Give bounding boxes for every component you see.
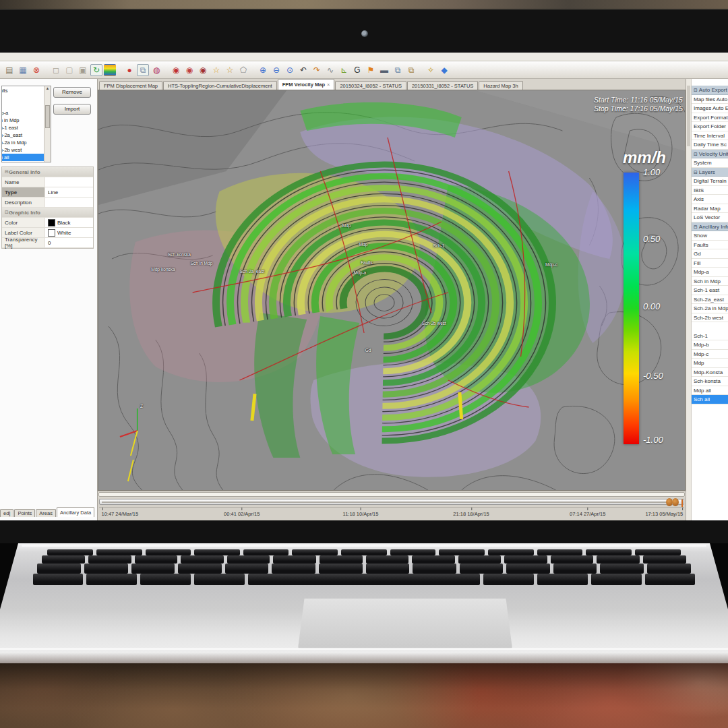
property-row[interactable]: Description bbox=[2, 198, 93, 208]
list-item[interactable]: Sch-2a in Mdp bbox=[2, 139, 44, 146]
goto-icon[interactable]: ◆ bbox=[438, 64, 450, 76]
scroll-thumb[interactable] bbox=[687, 86, 690, 146]
settings-row[interactable]: Sch-1 bbox=[692, 332, 728, 341]
flag-icon[interactable]: ⚑ bbox=[365, 64, 377, 76]
scroll-thumb[interactable] bbox=[45, 105, 50, 128]
settings-row[interactable]: Sch-1 east bbox=[692, 286, 728, 295]
property-row[interactable]: Color Black bbox=[2, 218, 93, 228]
point-edit-icon[interactable]: ◉ bbox=[183, 64, 195, 76]
property-row[interactable]: Type Line bbox=[2, 187, 93, 198]
settings-row[interactable]: Mdp-Konsta bbox=[692, 368, 728, 377]
property-row[interactable]: Transparency [%] 0 bbox=[2, 238, 93, 248]
settings-row[interactable] bbox=[692, 322, 728, 332]
area-add-icon[interactable]: ☆ bbox=[210, 64, 222, 76]
settings-row[interactable]: Images Auto E bbox=[692, 104, 728, 113]
timeline-groove[interactable] bbox=[99, 499, 684, 505]
settings-row[interactable]: LoS Vector bbox=[692, 213, 728, 222]
list-item[interactable]: Faults bbox=[2, 87, 44, 94]
toolbar-icon[interactable] bbox=[251, 64, 255, 76]
settings-row[interactable]: Mdp bbox=[692, 359, 728, 368]
area-edit-icon[interactable]: ☆ bbox=[224, 64, 236, 76]
pin-move-icon[interactable]: ◍ bbox=[150, 64, 162, 76]
property-row[interactable]: Name bbox=[2, 177, 93, 187]
settings-row[interactable]: Mdp-a bbox=[692, 268, 728, 277]
import-button[interactable]: Import bbox=[53, 104, 91, 115]
bottom-tab[interactable]: Areas bbox=[36, 509, 56, 517]
zoom-reset-icon[interactable]: ⊙ bbox=[284, 64, 296, 76]
map-horizontal-scrollbar[interactable] bbox=[98, 491, 686, 497]
toolbar-icon[interactable] bbox=[419, 64, 423, 76]
list-item[interactable]: Gd bbox=[2, 94, 44, 102]
settings-row[interactable]: Gd bbox=[692, 249, 728, 259]
property-row[interactable]: Graphic Info bbox=[2, 208, 93, 218]
document-tab[interactable]: FPM Displacement Map bbox=[99, 81, 162, 90]
toolbar-icon[interactable] bbox=[164, 64, 169, 76]
list-item[interactable]: Sch-2a_east bbox=[2, 131, 44, 139]
toolbar-icon[interactable] bbox=[44, 64, 49, 76]
terrain-icon[interactable]: ∿ bbox=[324, 64, 336, 76]
bottom-tab[interactable]: ed] bbox=[0, 509, 13, 517]
list-item[interactable]: Fill bbox=[2, 102, 44, 109]
settings-row[interactable]: Sch-2a in Mdp bbox=[692, 304, 728, 313]
settings-row[interactable]: Sch-2a_east bbox=[692, 295, 728, 305]
settings-row[interactable]: Mdp all bbox=[692, 386, 728, 396]
settings-row[interactable]: Sch all bbox=[692, 395, 728, 404]
settings-row[interactable]: Digital Terrain bbox=[692, 177, 728, 186]
settings-row[interactable]: Sch-konsta bbox=[692, 377, 728, 386]
stop-icon[interactable]: ⊗ bbox=[30, 64, 42, 76]
scroll-up-icon[interactable]: ▲ bbox=[46, 86, 50, 90]
remove-button[interactable]: Remove bbox=[53, 87, 91, 98]
settings-row[interactable]: Sch-2b west bbox=[692, 313, 728, 323]
report-icon[interactable]: ▣ bbox=[77, 64, 89, 76]
settings-row[interactable]: Radar Map bbox=[692, 204, 728, 214]
list-item[interactable]: Sch all bbox=[2, 154, 44, 161]
settings-row[interactable]: Mdp-c bbox=[692, 350, 728, 359]
property-value[interactable]: Black bbox=[45, 219, 93, 226]
settings-row[interactable]: Show bbox=[692, 231, 728, 241]
document-tab[interactable]: 20150331_I8052 - STATUS bbox=[407, 81, 478, 90]
settings-row[interactable]: Export Folder bbox=[692, 122, 728, 131]
settings-row[interactable]: Time Interval bbox=[692, 131, 728, 141]
velocity-map-viewport[interactable]: Sch-konskaMdp-konskaSch in MdpSch-2a_eas… bbox=[98, 90, 686, 491]
document-tab[interactable]: Hazard Map 3h bbox=[479, 81, 522, 90]
scroll-thumb[interactable] bbox=[98, 492, 685, 497]
list-item[interactable]: Sch-2b west bbox=[2, 146, 44, 154]
refresh-icon[interactable]: ↻ bbox=[90, 64, 102, 76]
settings-row[interactable]: Export Format bbox=[692, 113, 728, 123]
timeline-slider[interactable] bbox=[98, 497, 686, 507]
list-item[interactable]: Mdp-a bbox=[2, 109, 44, 117]
export-map-icon[interactable]: ⧉ bbox=[137, 64, 149, 76]
property-value[interactable]: 0 bbox=[45, 240, 93, 246]
open-icon[interactable]: ▤ bbox=[3, 64, 16, 76]
preview-icon[interactable]: ◻ bbox=[50, 64, 62, 76]
timeline-handle[interactable] bbox=[666, 498, 679, 506]
bottom-tab[interactable]: Points bbox=[14, 509, 35, 517]
level-icon[interactable]: ⊾ bbox=[338, 64, 350, 76]
list-item[interactable]: Sch in Mdp bbox=[2, 117, 44, 124]
settings-row[interactable]: Sch in Mdp bbox=[692, 277, 728, 286]
settings-row[interactable]: Mdp-b bbox=[692, 340, 728, 350]
ancillary-layer-listbox[interactable]: FaultsGdFillMdp-aSch in MdpSch-1 eastSch… bbox=[1, 86, 51, 162]
zoom-out-icon[interactable]: ⊖ bbox=[270, 64, 282, 76]
settings-row[interactable]: Axis bbox=[692, 195, 728, 204]
geo-icon[interactable]: G bbox=[351, 64, 363, 76]
settings-row[interactable]: Daily Time Sc bbox=[692, 140, 728, 150]
toolbar-icon[interactable] bbox=[117, 64, 122, 76]
zoom-in-icon[interactable]: ⊕ bbox=[257, 64, 269, 76]
point-delete-icon[interactable]: ◉ bbox=[197, 64, 209, 76]
document-tab[interactable]: 20150324_I8052 - STATUS bbox=[335, 81, 406, 90]
settings-row[interactable]: Fill bbox=[692, 259, 728, 268]
property-value[interactable]: Line bbox=[45, 189, 93, 195]
settings-row[interactable]: Faults bbox=[692, 241, 728, 250]
settings-row[interactable]: System bbox=[692, 158, 728, 168]
settings-row[interactable]: Ancillary Info bbox=[692, 222, 728, 232]
bottom-tab[interactable]: Ancillary Data bbox=[57, 507, 94, 517]
save-icon[interactable]: ▦ bbox=[17, 64, 29, 76]
settings-row[interactable]: Layers bbox=[692, 168, 728, 177]
new-page-icon[interactable]: ▢ bbox=[63, 64, 75, 76]
movie-icon[interactable]: ▬ bbox=[378, 64, 390, 76]
settings-row[interactable]: Auto Export bbox=[692, 86, 728, 95]
list-item[interactable]: Sch-1 east bbox=[2, 124, 44, 131]
point-select-icon[interactable]: ◉ bbox=[170, 64, 182, 76]
layout-icon[interactable]: ⧉ bbox=[392, 64, 404, 76]
